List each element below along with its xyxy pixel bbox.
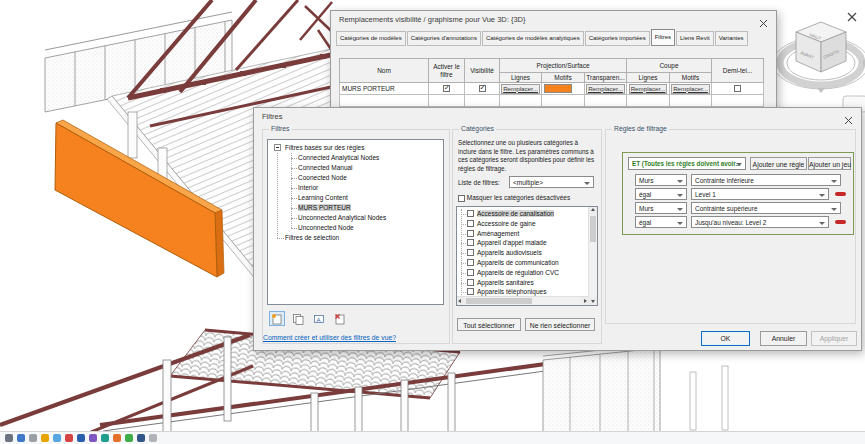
category-checkbox[interactable] [467,279,474,286]
vg-close-icon[interactable] [759,15,769,25]
taskbar-app-8[interactable] [89,434,97,442]
category-checkbox[interactable] [467,220,474,227]
category-checkbox[interactable] [467,259,474,266]
tab-categories-annotations[interactable]: Catégories d'annotations [407,31,481,46]
filters-close-icon[interactable] [844,112,854,122]
collapse-expander-icon[interactable] [274,144,281,151]
taskbar-app-13[interactable] [149,434,157,442]
windows-taskbar[interactable] [0,431,865,444]
tab-variantes[interactable]: Variantes [715,31,748,46]
rename-filter-icon[interactable]: A [311,311,327,326]
tree-item[interactable]: Connected Manual [268,163,443,173]
orange-pattern-swatch[interactable] [544,84,572,93]
category-item[interactable]: Appareil d'appel malade [457,238,597,248]
tab-categories-modeles[interactable]: Catégories de modèles [336,31,406,46]
duplicate-filter-icon[interactable] [290,311,306,326]
cancel-button[interactable]: Annuler [760,331,807,346]
taskbar-app-9[interactable] [101,434,109,442]
vertical-scrollbar[interactable] [588,207,597,305]
category-item[interactable]: Aménagement [457,229,597,239]
category-item[interactable]: Appareils de régulation CVC [457,268,597,278]
category-item[interactable]: Appareils sanitaires [457,278,597,288]
visibilite-checkbox[interactable] [479,85,486,92]
add-rule-button[interactable]: Ajouter une règle [750,157,807,170]
tab-categories-analytiques[interactable]: Catégories de modèles analytiques [482,31,584,46]
view-close-icon[interactable] [848,13,856,21]
category-checkbox[interactable] [467,239,474,246]
taskbar-app-3[interactable] [29,434,37,442]
rule-operator-dropdown[interactable]: égal [635,188,687,200]
category-checkbox[interactable] [467,288,474,295]
rule-parameter-dropdown[interactable]: Contrainte supérieure [691,202,841,214]
activer-cell[interactable] [429,83,465,95]
demi-teinte-checkbox[interactable] [734,85,741,92]
taskbar-app-11[interactable] [125,434,133,442]
taskbar-app-12[interactable] [137,434,145,442]
tree-item[interactable]: Learning Content [268,193,443,203]
tree-item-rule-based-root[interactable]: Filtres basés sur des règles [268,143,443,153]
taskbar-app-7[interactable] [77,434,85,442]
activer-checkbox[interactable] [443,85,450,92]
taskbar-app-5[interactable] [53,434,61,442]
select-none-button[interactable]: Ne rien sélectionner [525,318,595,331]
taskbar-app-10[interactable] [113,434,121,442]
rule-category-dropdown[interactable]: Murs [635,202,687,214]
rule-value-dropdown[interactable]: Level 1 [691,188,829,200]
override-motifs-coupe-button[interactable]: Remplacer... [671,84,710,94]
tree-item[interactable]: Unconnected Analytical Nodes [268,213,443,223]
override-lignes-coupe-button[interactable]: Remplacer... [629,84,668,94]
tree-item-selected[interactable]: MURS PORTEUR [268,203,443,213]
override-transparence-button[interactable]: Remplacer... [586,84,625,94]
viewcube[interactable]: HAUT AVANT DROITE [771,22,865,93]
taskbar-app-6[interactable] [65,434,73,442]
add-set-button[interactable]: Ajouter un jeu [808,157,851,170]
category-item[interactable]: Appareils audiovisuels [457,248,597,258]
revit-window: HAUT AVANT DROITE Remplacements visibili… [0,0,865,444]
select-all-button[interactable]: Tout sélectionner [457,318,521,331]
filter-list-dropdown[interactable]: <multiple> [509,176,594,188]
rule-value-dropdown[interactable]: Jusqu'au niveau: Level 2 [691,216,829,228]
motifs-proj-cell[interactable] [542,83,585,95]
taskbar-app-2[interactable] [17,434,25,442]
help-link[interactable]: Comment créer et utiliser des filtres de… [263,334,396,341]
category-checkbox[interactable] [467,249,474,256]
taskbar-app-1[interactable] [5,434,13,442]
remove-rule-icon[interactable] [835,192,846,196]
category-item[interactable]: Accessoire de canalisation [457,209,597,219]
rule-combinator-dropdown[interactable]: ET (Toutes les règles doivent avoir... [628,157,746,170]
category-list[interactable]: Accessoire de canalisation Accessoire de… [456,206,598,306]
delete-filter-icon[interactable] [332,311,348,326]
visibilite-cell[interactable] [465,83,500,95]
scroll-up-icon[interactable] [589,207,597,215]
remove-rule-icon[interactable] [835,220,846,224]
rule-category-dropdown[interactable]: Murs [635,174,687,186]
category-checkbox[interactable] [467,210,474,217]
override-lignes-proj-button[interactable]: Remplacer... [501,84,540,94]
tree-item[interactable]: Coonected Node [268,173,443,183]
scroll-left-icon[interactable] [457,297,465,305]
hide-disabled-checkbox[interactable] [458,195,465,202]
tree-item[interactable]: Interior [268,183,443,193]
tab-categories-importees[interactable]: Catégories importées [585,31,650,46]
tree-item-selection-root[interactable]: Filtres de sélection [268,233,443,243]
tab-filtres[interactable]: Filtres [651,29,675,46]
horizontal-scrollbar[interactable] [457,296,589,305]
rule-parameter-dropdown[interactable]: Contrainte inférieure [691,174,841,186]
filter-tree[interactable]: Filtres basés sur des règles Connected A… [267,139,444,305]
demi-teinte-cell[interactable] [712,83,764,95]
svg-text:A: A [317,316,321,322]
taskbar-app-4[interactable] [41,434,49,442]
tree-item[interactable]: Connected Analytical Nodes [268,153,443,163]
scroll-down-icon[interactable] [589,297,597,305]
scroll-right-icon[interactable] [581,297,589,305]
category-item[interactable]: Appareils de communication [457,258,597,268]
category-checkbox[interactable] [467,230,474,237]
new-filter-icon[interactable] [269,311,285,326]
category-item[interactable]: Accessoire de gaine [457,219,597,229]
ok-button[interactable]: OK [701,331,750,346]
tab-liens-revit[interactable]: Liens Revit [676,31,714,46]
tree-item[interactable]: Unconnected Node [268,223,443,233]
rule-operator-dropdown[interactable]: égal [635,216,687,228]
filter-row-name[interactable]: MURS PORTEUR [340,83,429,95]
category-checkbox[interactable] [467,269,474,276]
